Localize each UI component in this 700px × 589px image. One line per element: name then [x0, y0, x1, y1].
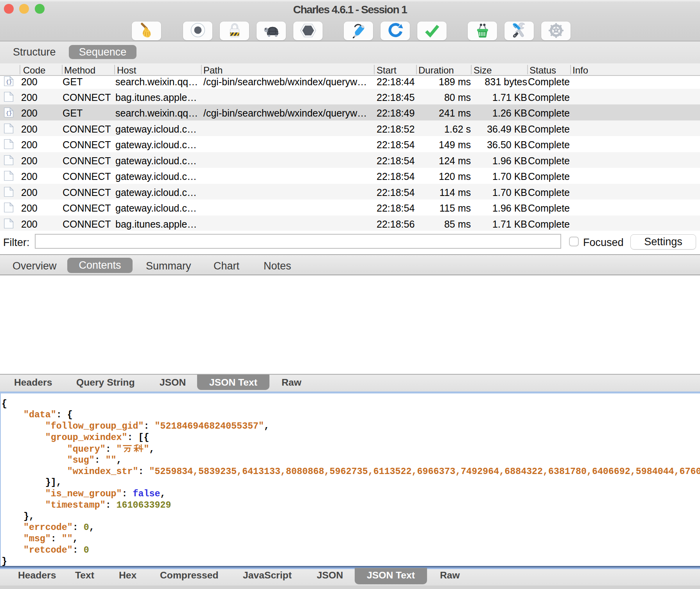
svg-text:{}: {} [6, 110, 12, 116]
svg-text:{}: {} [6, 79, 12, 85]
